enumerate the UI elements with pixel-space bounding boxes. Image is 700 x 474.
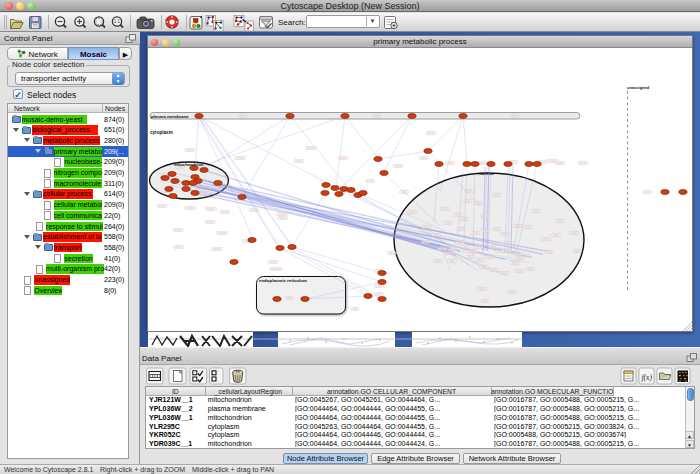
svg-text:unassigned: unassigned: [627, 85, 650, 90]
svg-text:plasma membrane: plasma membrane: [151, 114, 189, 119]
svg-text:cytoplasm: cytoplasm: [150, 130, 173, 135]
svg-text:f(x): f(x): [642, 373, 653, 382]
svg-text:nucleus: nucleus: [478, 171, 494, 176]
svg-text:endoplasmic reticulum: endoplasmic reticulum: [259, 278, 307, 283]
svg-text:1:1: 1:1: [114, 19, 121, 24]
svg-text:mitochondrion: mitochondrion: [174, 162, 204, 167]
